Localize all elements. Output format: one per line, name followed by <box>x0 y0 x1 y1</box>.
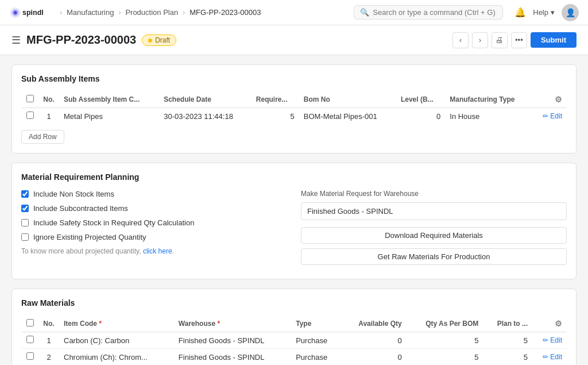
checkbox-row-1: Include Non Stock Items <box>21 190 287 198</box>
ignore-projected-label: Ignore Existing Projected Quantity <box>33 233 146 241</box>
col-header-rm-type: Type <box>291 316 342 332</box>
raw-materials-type: Purchase <box>291 332 342 349</box>
col-header-bom-no: Bom No <box>299 91 396 108</box>
raw-materials-available-qty: 0 <box>342 332 407 349</box>
raw-materials-edit-link[interactable]: ✏ Edit <box>537 336 562 344</box>
svg-point-2 <box>14 11 17 14</box>
sub-assembly-title: Sub Assembly Items <box>21 74 567 83</box>
mrp-title: Material Requirement Planning <box>21 172 567 182</box>
required-star-warehouse: * <box>217 320 220 328</box>
raw-materials-row-no: 1 <box>38 332 59 349</box>
col-header-schedule-date: Schedule Date <box>159 91 252 108</box>
col-header-rm-available-qty: Available Qty <box>342 316 407 332</box>
include-non-stock-checkbox[interactable] <box>21 190 29 198</box>
raw-materials-warehouse: Finished Goods - SPINDL <box>174 349 291 366</box>
col-header-rm-plan-to: Plan to ... <box>483 316 532 332</box>
checkbox-row-4: Ignore Existing Projected Quantity <box>21 233 287 241</box>
warehouse-label: Make Material Request for Warehouse <box>301 190 567 198</box>
raw-materials-table: No. Item Code * Warehouse * Type Availab… <box>21 316 567 365</box>
raw-materials-row-no: 2 <box>38 349 59 366</box>
raw-materials-item-code: Chromium (Ch): Chrom... <box>59 349 174 366</box>
raw-materials-row-checkbox[interactable] <box>26 336 34 343</box>
include-subcontracted-label: Include Subcontracted Items <box>33 204 128 213</box>
raw-materials-title: Raw Materials <box>21 298 567 308</box>
raw-materials-row-checkbox[interactable] <box>26 352 34 360</box>
projected-quantity-help-link[interactable]: click here <box>143 247 172 255</box>
raw-materials-plan-to: 5 <box>483 349 532 366</box>
get-raw-materials-button[interactable]: Get Raw Materials For Production <box>301 248 567 265</box>
sub-assembly-row-no: 1 <box>38 108 59 125</box>
submit-button[interactable]: Submit <box>531 32 577 48</box>
include-subcontracted-checkbox[interactable] <box>21 205 29 212</box>
include-safety-stock-label: Include Safety Stock in Required Qty Cal… <box>33 218 194 227</box>
warehouse-input[interactable] <box>301 202 567 220</box>
include-safety-stock-checkbox[interactable] <box>21 219 29 226</box>
sub-assembly-edit-link[interactable]: ✏ Edit <box>537 112 562 120</box>
search-bar[interactable]: 🔍 <box>354 5 503 20</box>
notification-bell-icon[interactable]: 🔔 <box>514 7 526 18</box>
sub-assembly-gear-icon[interactable]: ⚙ <box>555 95 562 104</box>
main-content: Sub Assembly Items No. Sub Assembly Item… <box>0 55 588 365</box>
col-header-item-code: Sub Assembly Item C... <box>59 91 159 108</box>
prev-button[interactable]: ‹ <box>452 32 469 48</box>
breadcrumb-manufacturing[interactable]: Manufacturing <box>67 8 114 17</box>
sub-assembly-level: 0 <box>396 108 445 125</box>
next-button[interactable]: › <box>472 32 488 48</box>
search-input[interactable] <box>373 8 497 17</box>
sub-assembly-bom-no: BOM-Metal Pipes-001 <box>299 108 396 125</box>
breadcrumb-current: MFG-PP-2023-00003 <box>189 8 261 17</box>
svg-text:spindl: spindl <box>22 9 44 17</box>
more-options-button[interactable]: ••• <box>511 32 527 48</box>
checkbox-row-3: Include Safety Stock in Required Qty Cal… <box>21 218 287 227</box>
logo[interactable]: spindl <box>9 6 55 19</box>
top-nav: spindl › Manufacturing › Production Plan… <box>0 0 588 25</box>
raw-materials-qty-per-bom: 5 <box>407 332 483 349</box>
raw-materials-item-code: Carbon (C): Carbon <box>59 332 174 349</box>
raw-materials-gear-icon[interactable]: ⚙ <box>555 319 562 328</box>
help-text: To know more about projected quantity, c… <box>21 247 287 255</box>
col-header-rm-qty-per-bom: Qty As Per BOM <box>407 316 483 332</box>
sub-assembly-required-qty: 5 <box>252 108 299 125</box>
checkbox-row-2: Include Subcontracted Items <box>21 204 287 213</box>
print-button[interactable]: 🖨 <box>492 32 508 48</box>
raw-materials-warehouse: Finished Goods - SPINDL <box>174 332 291 349</box>
raw-materials-plan-to: 5 <box>483 332 532 349</box>
mrp-left-panel: Include Non Stock Items Include Subcontr… <box>21 190 287 270</box>
help-button[interactable]: Help ▾ <box>533 8 555 17</box>
include-non-stock-label: Include Non Stock Items <box>33 190 114 198</box>
raw-materials-section: Raw Materials No. Item Code * Warehouse … <box>11 289 577 365</box>
sub-assembly-section: Sub Assembly Items No. Sub Assembly Item… <box>11 64 577 153</box>
sub-assembly-row: 1 Metal Pipes 30-03-2023 11:44:18 5 BOM-… <box>21 108 567 125</box>
breadcrumb-production-plan[interactable]: Production Plan <box>125 8 178 17</box>
raw-materials-qty-per-bom: 5 <box>407 349 483 366</box>
raw-materials-type: Purchase <box>291 349 342 366</box>
hamburger-menu-icon[interactable]: ☰ <box>11 34 21 47</box>
col-header-rm-warehouse: Warehouse * <box>174 316 291 332</box>
mrp-section: Material Requirement Planning Include No… <box>11 163 577 279</box>
raw-materials-edit-link[interactable]: ✏ Edit <box>537 353 562 361</box>
required-star: * <box>99 320 102 328</box>
avatar[interactable]: 👤 <box>562 4 579 21</box>
col-header-level: Level (B... <box>396 91 445 108</box>
ignore-projected-qty-checkbox[interactable] <box>21 233 29 241</box>
raw-materials-row: 1 Carbon (C): Carbon Finished Goods - SP… <box>21 332 567 349</box>
col-header-rm-no: No. <box>38 316 59 332</box>
header-actions: ‹ › 🖨 ••• Submit <box>452 32 577 48</box>
col-header-manufacturing-type: Manufacturing Type <box>445 91 532 108</box>
raw-materials-available-qty: 0 <box>342 349 407 366</box>
page-header: ☰ MFG-PP-2023-00003 Draft ‹ › 🖨 ••• Subm… <box>0 25 588 55</box>
search-icon: 🔍 <box>360 8 369 17</box>
col-header-no: No. <box>38 91 59 108</box>
raw-materials-select-all[interactable] <box>26 319 34 326</box>
col-header-rm-item-code: Item Code * <box>59 316 174 332</box>
sub-assembly-select-all[interactable] <box>26 95 34 102</box>
sub-assembly-manufacturing-type: In House <box>445 108 532 125</box>
mrp-layout: Include Non Stock Items Include Subcontr… <box>21 190 567 270</box>
raw-materials-row: 2 Chromium (Ch): Chrom... Finished Goods… <box>21 349 567 366</box>
col-header-required: Require... <box>252 91 299 108</box>
status-dot <box>148 39 152 43</box>
sub-assembly-add-row-button[interactable]: Add Row <box>21 130 64 144</box>
sub-assembly-schedule-date: 30-03-2023 11:44:18 <box>159 108 252 125</box>
sub-assembly-row-checkbox[interactable] <box>26 112 34 119</box>
download-required-materials-button[interactable]: Download Required Materials <box>301 227 567 244</box>
